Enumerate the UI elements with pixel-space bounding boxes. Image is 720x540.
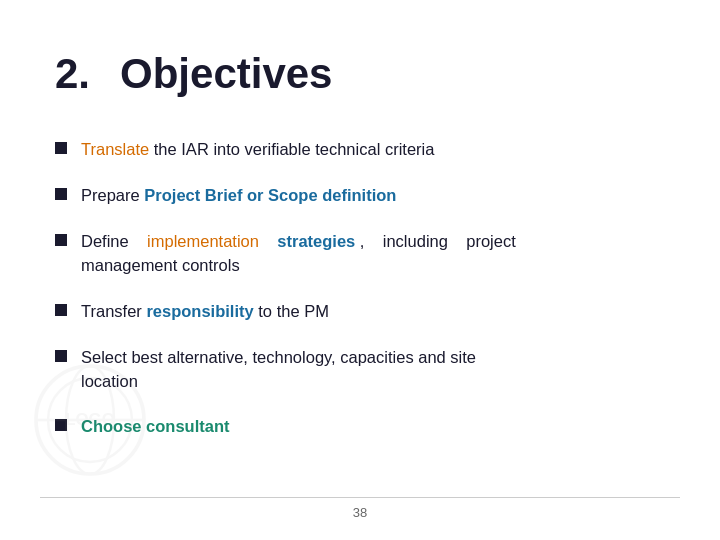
bullet-item-2: Prepare Project Brief or Scope definitio…: [55, 184, 665, 208]
bullet-1-rest: the IAR into verifiable technical criter…: [154, 140, 435, 158]
bullet-text-6: Choose consultant: [81, 415, 230, 439]
bullet-icon-1: [55, 142, 67, 154]
slide-title: Objectives: [120, 50, 332, 98]
bullet-5-text: Select best alternative, technology, cap…: [81, 348, 476, 390]
bullet-4-prefix: Transfer: [81, 302, 146, 320]
bullet-2-prefix: Prepare: [81, 186, 144, 204]
bullet-3-strategies: strategies: [277, 232, 355, 250]
bullet-1-highlight: Translate: [81, 140, 149, 158]
bullet-item-3: Define implementation strategies , inclu…: [55, 230, 665, 278]
bullet-icon-6: [55, 419, 67, 431]
slide-content: Translate the IAR into verifiable techni…: [0, 128, 720, 439]
slide: LOGO 2. Objectives Translate the IAR int…: [0, 0, 720, 540]
bullet-3-space: [264, 232, 278, 250]
page-number: 38: [353, 505, 367, 520]
footer-line: [40, 497, 680, 498]
bullet-text-1: Translate the IAR into verifiable techni…: [81, 138, 434, 162]
bullet-4-rest: to the PM: [258, 302, 329, 320]
bullet-3-prefix: Define: [81, 232, 142, 250]
bullet-icon-4: [55, 304, 67, 316]
bullet-icon-2: [55, 188, 67, 200]
bullet-text-2: Prepare Project Brief or Scope definitio…: [81, 184, 396, 208]
bullet-3-impl: implementation: [147, 232, 259, 250]
bullet-4-highlight: responsibility: [146, 302, 253, 320]
bullet-2-highlight: Project Brief or Scope definition: [144, 186, 396, 204]
bullet-item-4: Transfer responsibility to the PM: [55, 300, 665, 324]
bullet-text-3: Define implementation strategies , inclu…: [81, 230, 516, 278]
bullet-icon-3: [55, 234, 67, 246]
bullet-item-6: Choose consultant: [55, 415, 665, 439]
bullet-icon-5: [55, 350, 67, 362]
slide-header: 2. Objectives: [0, 0, 720, 128]
bullet-item-5: Select best alternative, technology, cap…: [55, 346, 665, 394]
slide-number: 2.: [55, 50, 90, 98]
bullet-6-text: Choose consultant: [81, 417, 230, 435]
bullet-text-4: Transfer responsibility to the PM: [81, 300, 329, 324]
bullet-item-1: Translate the IAR into verifiable techni…: [55, 138, 665, 162]
bullet-text-5: Select best alternative, technology, cap…: [81, 346, 476, 394]
